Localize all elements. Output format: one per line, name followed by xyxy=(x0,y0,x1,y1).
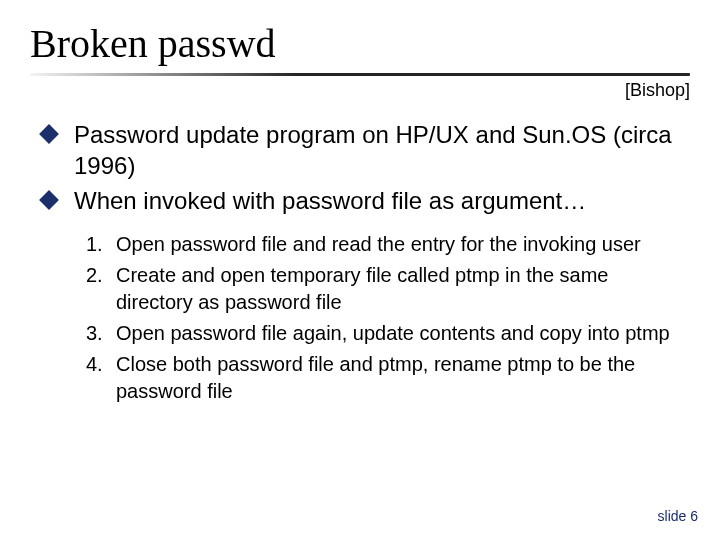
list-number: 2. xyxy=(86,262,116,289)
attribution: [Bishop] xyxy=(30,80,690,101)
list-item: 4. Close both password file and ptmp, re… xyxy=(86,351,670,405)
bullet-item: When invoked with password file as argum… xyxy=(34,185,690,216)
list-text: Open password file again, update content… xyxy=(116,320,670,347)
bullet-list: Password update program on HP/UX and Sun… xyxy=(34,119,690,217)
list-item: 1. Open password file and read the entry… xyxy=(86,231,670,258)
list-text: Close both password file and ptmp, renam… xyxy=(116,351,670,405)
list-item: 3. Open password file again, update cont… xyxy=(86,320,670,347)
bullet-item: Password update program on HP/UX and Sun… xyxy=(34,119,690,181)
list-number: 3. xyxy=(86,320,116,347)
list-number: 1. xyxy=(86,231,116,258)
bullet-text: When invoked with password file as argum… xyxy=(74,185,586,216)
title-rule xyxy=(30,73,690,76)
list-text: Open password file and read the entry fo… xyxy=(116,231,641,258)
diamond-icon xyxy=(39,190,59,210)
list-item: 2. Create and open temporary file called… xyxy=(86,262,670,316)
bullet-text: Password update program on HP/UX and Sun… xyxy=(74,119,690,181)
diamond-icon xyxy=(39,124,59,144)
slide-number: slide 6 xyxy=(658,508,698,524)
numbered-list: 1. Open password file and read the entry… xyxy=(86,231,670,405)
slide-title: Broken passwd xyxy=(30,20,690,67)
list-number: 4. xyxy=(86,351,116,378)
list-text: Create and open temporary file called pt… xyxy=(116,262,670,316)
